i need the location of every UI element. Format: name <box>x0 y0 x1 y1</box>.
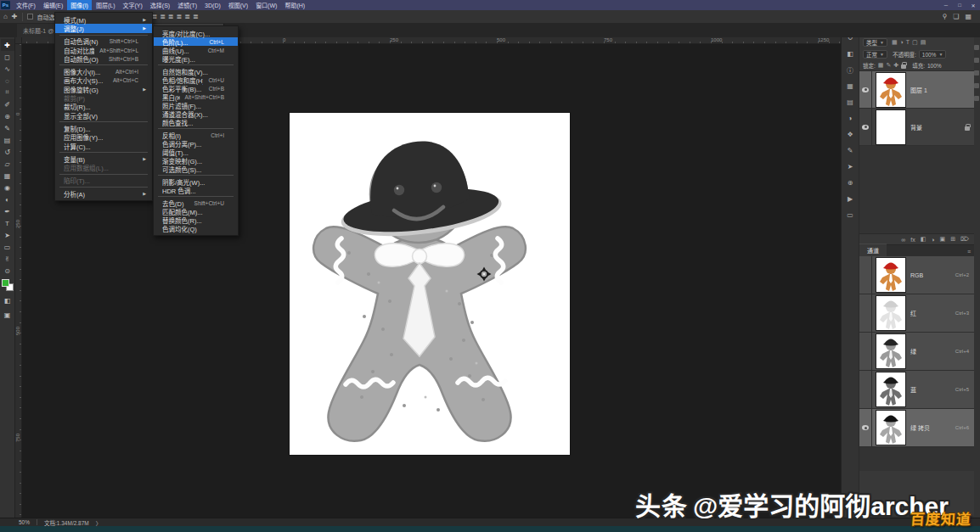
menu-item[interactable]: 阴影/高光(W)... <box>154 177 238 186</box>
lock-pixels-icon[interactable]: ✎ <box>886 62 891 69</box>
menu-item[interactable]: 自动颜色(O) Shift+Ctrl+B <box>55 54 152 63</box>
channel-name[interactable]: 绿 拷贝 <box>910 423 955 432</box>
menu-item[interactable]: 应用数据组(L)... <box>55 163 152 171</box>
foreground-color-swatch[interactable] <box>2 279 9 287</box>
menu-item[interactable]: 显示全部(V) <box>55 111 152 120</box>
layer-thumbnail[interactable] <box>876 110 905 144</box>
menu-item[interactable]: 曲线(U)... Ctrl+M <box>154 46 238 54</box>
adjustment-layer-icon[interactable]: ◑ <box>931 237 934 243</box>
menu-item[interactable]: 图像旋转(G) ▶ <box>55 85 152 93</box>
actions-icon[interactable]: ▶ <box>843 193 857 204</box>
collapsed-dock-icon[interactable] <box>974 58 979 63</box>
lock-transparency-icon[interactable]: ▦ <box>878 62 884 69</box>
pen-tool[interactable]: ✒ <box>1 205 14 217</box>
crop-tool[interactable]: ⌗ <box>1 87 14 98</box>
maximize-button[interactable]: □ <box>953 3 966 8</box>
opacity-dropdown[interactable]: 100% ▼ <box>919 50 947 59</box>
dodge-tool[interactable]: ◐ <box>1 193 14 205</box>
styles-icon[interactable]: ❖ <box>843 129 857 139</box>
menu-item[interactable]: 去色(D) Shift+Ctrl+U <box>154 199 238 207</box>
filter-pixel-icon[interactable]: ▦ <box>892 39 898 46</box>
layer-visibility-toggle[interactable] <box>859 109 872 145</box>
menu-item[interactable]: 色阶(L)... Ctrl+L <box>154 37 238 46</box>
collapsed-dock-icon[interactable] <box>974 83 979 88</box>
layer-mask-icon[interactable]: ◧ <box>921 236 926 243</box>
menu-item[interactable]: 亮度/对比度(C)... <box>154 29 238 37</box>
type-tool[interactable]: T <box>1 217 14 229</box>
channel-visibility-toggle[interactable] <box>859 409 872 446</box>
channel-thumbnail[interactable] <box>876 411 905 445</box>
hand-tool[interactable]: ✌ <box>1 253 14 265</box>
blur-tool[interactable]: ◉ <box>1 182 14 193</box>
lock-position-icon[interactable]: ✚ <box>893 62 898 69</box>
menu-item[interactable]: HDR 色调... <box>154 186 238 194</box>
gradient-tool[interactable]: ▦ <box>1 170 14 182</box>
eyedropper-tool[interactable]: ✐ <box>1 98 14 110</box>
menu-item[interactable]: 黑白(K)... Alt+Shift+Ctrl+B <box>154 92 238 101</box>
swatches-icon[interactable]: ▤ <box>843 97 857 107</box>
menu-item[interactable]: 图像大小(I)... Alt+Ctrl+I <box>55 67 152 76</box>
menu-item[interactable]: 自动色调(N) Shift+Ctrl+L <box>55 37 152 46</box>
align-bottom-icon[interactable]: ≣ <box>193 14 199 20</box>
clone-source-icon[interactable]: ⊕ <box>843 177 857 188</box>
shape-tool[interactable]: ▭ <box>1 241 14 253</box>
背景[interactable]: 背景 <box>859 109 974 146</box>
menu-item[interactable]: 色调均化(Q) <box>154 224 238 232</box>
menu-item[interactable]: 计算(C)... <box>55 142 152 150</box>
tab-channels[interactable]: 通道 <box>859 244 887 256</box>
collapsed-dock-icon[interactable] <box>974 45 979 50</box>
layer-thumbnail[interactable] <box>876 73 905 107</box>
current-tool-icon[interactable]: ✚ <box>12 14 18 20</box>
healing-brush-tool[interactable]: ⊕ <box>1 110 14 122</box>
menu-item[interactable]: 裁切(R)... <box>55 103 152 111</box>
menubar-item[interactable]: 滤镜(T) <box>174 0 200 10</box>
menu-item[interactable]: 裁剪(P) <box>55 93 152 102</box>
menu-item[interactable]: 分析(A) ▶ <box>55 189 152 198</box>
filter-adjustment-icon[interactable]: ◑ <box>900 39 904 46</box>
eraser-tool[interactable]: ▱ <box>1 158 14 170</box>
align-center-h-icon[interactable]: ≣ <box>160 14 166 20</box>
menu-item[interactable]: 照片滤镜(F)... <box>154 101 238 109</box>
layer-name[interactable]: 背景 <box>910 123 965 132</box>
menu-item[interactable]: 渐变映射(G)... <box>154 156 238 165</box>
channel-thumbnail[interactable] <box>876 258 905 292</box>
menubar-item[interactable]: 帮助(H) <box>281 0 308 10</box>
marquee-tool[interactable]: ◻ <box>1 51 14 63</box>
auto-select-checkbox[interactable] <box>27 14 33 20</box>
delete-layer-icon[interactable]: ⌦ <box>960 236 969 243</box>
menu-item[interactable]: 可选颜色(S)... <box>154 165 238 173</box>
menu-item[interactable]: 曝光度(E)... <box>154 54 238 63</box>
quick-mask-icon[interactable]: ◧ <box>1 294 14 306</box>
红[interactable]: 红 Ctrl+3 <box>859 294 974 333</box>
close-button[interactable]: ✕ <box>966 3 980 8</box>
menu-item[interactable]: 反相(I) Ctrl+I <box>154 131 238 139</box>
channel-name[interactable]: RGB <box>910 272 955 278</box>
filter-smartobject-icon[interactable]: ▤ <box>921 39 926 46</box>
zoom-level[interactable]: 50% <box>19 519 30 525</box>
align-right-icon[interactable]: ≣ <box>168 14 174 20</box>
menu-item[interactable]: 阈值(T)... <box>154 148 238 156</box>
channel-thumbnail[interactable] <box>876 334 905 368</box>
menubar-item[interactable]: 文字(Y) <box>119 0 145 10</box>
move-tool[interactable]: ✚ <box>1 39 14 51</box>
path-selection-tool[interactable]: ➤ <box>1 229 14 241</box>
layer-group-icon[interactable]: ▣ <box>940 236 946 243</box>
channel-thumbnail[interactable] <box>876 372 905 406</box>
paths-icon[interactable]: ➤ <box>843 161 857 171</box>
menu-item[interactable]: 色彩平衡(B)... Ctrl+B <box>154 84 238 92</box>
workspace-icon[interactable]: ❏ <box>953 14 959 20</box>
new-layer-icon[interactable]: ⊞ <box>950 236 955 243</box>
panel-menu-icon[interactable]: ≡ <box>967 248 971 256</box>
menubar-item[interactable]: 图像(I) <box>67 0 92 10</box>
brush-tool[interactable]: ✎ <box>1 122 14 134</box>
notes-icon[interactable]: ▭ <box>843 210 857 220</box>
menu-item[interactable]: 色调分离(P)... <box>154 139 238 148</box>
properties-icon[interactable]: ◧ <box>843 48 857 59</box>
collapsed-dock-icon[interactable] <box>974 70 979 76</box>
menu-item[interactable]: 匹配颜色(M)... <box>154 207 238 216</box>
绿 拷贝[interactable]: 绿 拷贝 Ctrl+6 <box>859 409 974 447</box>
menubar-item[interactable]: 视图(V) <box>225 0 251 10</box>
color-icon[interactable]: ▦ <box>843 81 857 91</box>
minimize-button[interactable]: ─ <box>939 3 953 8</box>
menu-item[interactable]: 自然饱和度(V)... <box>154 67 238 76</box>
